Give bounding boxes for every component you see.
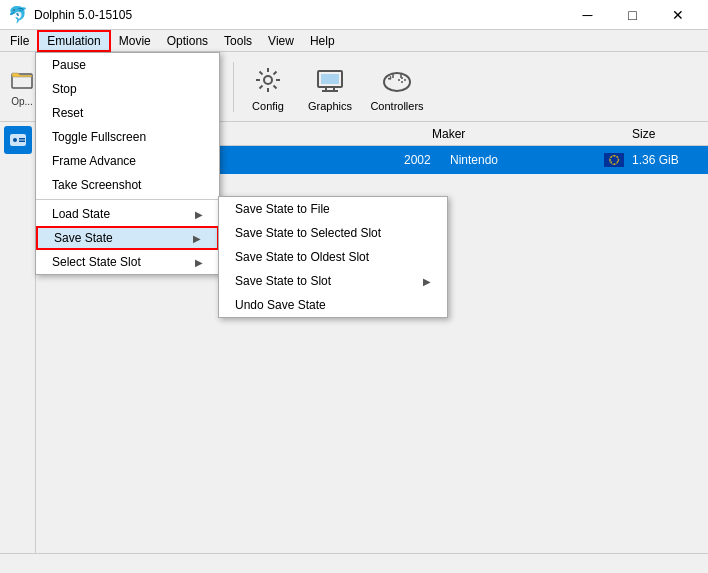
svg-text:★: ★ [616,160,619,164]
row-maker: Nintendo [450,153,600,167]
svg-line-14 [274,85,277,88]
menu-select-state-slot[interactable]: Select State Slot ▶ [36,250,219,274]
status-bar [0,553,708,573]
save-state-submenu: Save State to File Save State to Selecte… [218,196,448,318]
svg-rect-24 [390,76,392,79]
open-label: Op... [11,96,33,107]
menu-save-state[interactable]: Save State ▶ [36,226,219,250]
menu-pause[interactable]: Pause [36,53,219,77]
graphics-label: Graphics [308,100,352,112]
eu-flag-icon: ★ ★ ★ ★ ★ ★ ★ ★ [604,153,624,167]
graphics-icon-area [312,62,348,98]
svg-point-28 [398,79,400,81]
svg-rect-31 [10,134,26,146]
svg-point-32 [13,138,17,142]
menu-tools[interactable]: Tools [216,30,260,52]
title-bar-left: 🐬 Dolphin 5.0-15105 [8,5,132,24]
title-bar: 🐬 Dolphin 5.0-15105 ─ □ ✕ [0,0,708,30]
app-title: Dolphin 5.0-15105 [34,8,132,22]
menu-emulation[interactable]: Emulation [37,30,110,52]
emulation-dropdown: Pause Stop Reset Toggle Fullscreen Frame… [35,52,220,275]
menu-separator-1 [36,199,219,200]
col-size-header: Size [628,127,708,141]
submenu-save-to-oldest-slot[interactable]: Save State to Oldest Slot [219,245,447,269]
left-icon-panel [0,122,36,553]
config-icon-area [250,62,286,98]
minimize-button[interactable]: ─ [565,0,610,30]
load-state-arrow: ▶ [195,209,203,220]
submenu-save-to-file[interactable]: Save State to File [219,197,447,221]
menu-bar: File Emulation Movie Options Tools View … [0,30,708,52]
svg-point-22 [384,73,410,91]
svg-rect-33 [19,138,25,140]
menu-load-state[interactable]: Load State ▶ [36,202,219,226]
title-bar-controls: ─ □ ✕ [565,0,700,30]
open-icon [8,66,36,94]
svg-text:★: ★ [610,155,613,159]
svg-point-27 [401,81,403,83]
submenu-save-to-selected-slot[interactable]: Save State to Selected Slot [219,221,447,245]
close-button[interactable]: ✕ [655,0,700,30]
menu-reset[interactable]: Reset [36,101,219,125]
svg-line-13 [260,71,263,74]
graphics-button[interactable]: Graphics [300,56,360,118]
svg-rect-34 [19,141,25,143]
save-state-arrow: ▶ [193,233,201,244]
toolbar-separator [233,62,234,112]
svg-line-16 [260,85,263,88]
controllers-button[interactable]: Controllers [362,56,432,118]
graphics-icon [315,65,345,95]
config-button[interactable]: Config [238,56,298,118]
menu-stop[interactable]: Stop [36,77,219,101]
controllers-icon [380,65,414,95]
left-panel-icon [4,126,32,154]
svg-text:★: ★ [613,162,616,166]
menu-frame-advance[interactable]: Frame Advance [36,149,219,173]
svg-line-15 [274,71,277,74]
submenu-undo-save-state[interactable]: Undo Save State [219,293,447,317]
controllers-label: Controllers [370,100,423,112]
svg-rect-21 [321,74,339,84]
config-icon [253,65,283,95]
maximize-button[interactable]: □ [610,0,655,30]
svg-point-8 [264,76,272,84]
controllers-icon-area [379,62,415,98]
save-to-slot-arrow: ▶ [423,276,431,287]
menu-file[interactable]: File [2,30,37,52]
row-year: 2002 [400,153,450,167]
row-flag: ★ ★ ★ ★ ★ ★ ★ ★ [600,153,628,167]
svg-point-26 [404,79,406,81]
select-state-slot-arrow: ▶ [195,257,203,268]
col-maker-header: Maker [428,127,628,141]
config-label: Config [252,100,284,112]
menu-view[interactable]: View [260,30,302,52]
submenu-save-to-slot[interactable]: Save State to Slot ▶ [219,269,447,293]
row-size: 1.36 GiB [628,153,708,167]
app-icon: 🐬 [8,5,28,24]
menu-toggle-fullscreen[interactable]: Toggle Fullscreen [36,125,219,149]
menu-movie[interactable]: Movie [111,30,159,52]
menu-help[interactable]: Help [302,30,343,52]
menu-take-screenshot[interactable]: Take Screenshot [36,173,219,197]
menu-options[interactable]: Options [159,30,216,52]
game-icon [8,130,28,150]
